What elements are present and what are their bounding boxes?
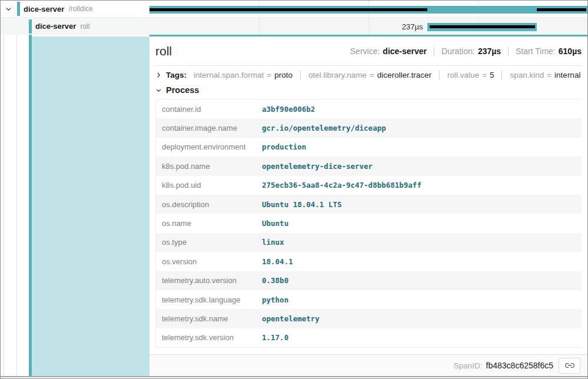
summary-label: Start Time: <box>516 46 556 56</box>
tag-value: 5 <box>490 71 494 79</box>
tag-item: span.kind = internal <box>501 71 580 79</box>
span-bar-roll[interactable] <box>427 23 536 31</box>
spanid-value: fb483c8c6258f6c5 <box>486 361 553 370</box>
span-tree-cell-roll[interactable]: dice-server roll <box>1 18 150 35</box>
tag-key: internal.span.format <box>194 71 264 79</box>
summary-item: Duration: 237µs <box>434 46 501 56</box>
tag-key: otel.library.name <box>308 71 367 79</box>
span-duration-label: 237µs <box>150 22 423 31</box>
attribute-value: opentelemetry <box>262 314 320 323</box>
span-tree-cell-rolldice[interactable]: dice-server /rolldice <box>1 1 150 17</box>
summary-item: Service: dice-server <box>350 46 427 56</box>
attribute-value: 0.38b0 <box>262 276 288 285</box>
attribute-value: gcr.io/opentelemetry/diceapp <box>262 124 386 132</box>
span-row-rolldice[interactable]: dice-server /rolldice <box>1 1 587 18</box>
tag-value: proto <box>274 71 293 79</box>
tag-key: roll.value <box>447 71 479 79</box>
span-bar-self-time-segment <box>150 8 427 11</box>
table-row: telemetry.sdk.version 1.17.0 <box>156 328 582 347</box>
summary-value: 610µs <box>559 46 582 56</box>
tag-equals: = <box>370 71 374 79</box>
span-detail-footer: SpanID: fb483c8c6258f6c5 <box>150 354 587 376</box>
tags-section-toggle[interactable]: Tags: internal.span.format = proto otel.… <box>150 66 587 82</box>
tags-label: Tags: <box>166 71 187 79</box>
summary-value: 237µs <box>478 46 501 56</box>
table-row: os.version 18.04.1 <box>156 252 582 271</box>
trace-timeline-panel: dice-server /rolldice dice-server roll <box>1 1 587 377</box>
span-detail-panel: roll Service: dice-server Duration: 237µ… <box>150 35 587 376</box>
tag-item: internal.span.format = proto <box>194 71 293 79</box>
span-bar-cell-rolldice[interactable] <box>150 1 587 17</box>
attribute-key: os.type <box>156 238 262 247</box>
attribute-key: telemetry.auto.version <box>156 276 262 285</box>
attribute-key: os.name <box>156 219 262 228</box>
link-icon <box>565 361 574 370</box>
attribute-value: Ubuntu <box>262 219 288 228</box>
attribute-value: 275ecb36-5aa8-4c2a-9c47-d8bb681b9aff <box>262 181 421 190</box>
tag-key: span.kind <box>510 71 544 79</box>
selected-span-highlight <box>32 36 150 376</box>
span-detail-region: roll Service: dice-server Duration: 237µ… <box>1 35 587 376</box>
table-row: os.name Ubuntu <box>156 214 582 232</box>
summary-label: Duration: <box>441 46 475 56</box>
service-color-bar <box>17 2 20 16</box>
span-tree-gutter <box>1 35 150 376</box>
service-name: dice-server <box>35 22 76 31</box>
table-row: os.type linux <box>156 233 582 252</box>
attribute-value: 1.17.0 <box>262 333 288 342</box>
table-row: container.image.name gcr.io/opentelemetr… <box>156 118 582 137</box>
attribute-key: telemetry.sdk.language <box>156 295 262 304</box>
tag-value: internal <box>554 71 580 79</box>
attribute-key: os.description <box>156 200 262 209</box>
service-color-bar <box>29 19 32 34</box>
summary-item: Start Time: 610µs <box>508 46 582 56</box>
chevron-down-icon[interactable] <box>5 6 12 12</box>
spanid-label: SpanID: <box>454 361 483 370</box>
tag-item: roll.value = 5 <box>439 71 494 79</box>
span-bar-self-time-segment <box>430 25 534 28</box>
attribute-key: os.version <box>156 257 262 266</box>
tag-item: otel.library.name = diceroller.tracer <box>300 71 431 79</box>
table-row: container.id a3bf90e006b2 <box>156 99 582 118</box>
service-name: dice-server <box>24 5 64 14</box>
attribute-value: opentelemetry-dice-server <box>262 162 373 171</box>
table-row: telemetry.sdk.language python <box>156 290 582 309</box>
operation-name: roll <box>80 22 89 31</box>
attribute-value: 18.04.1 <box>262 257 293 266</box>
attribute-value: a3bf90e006b2 <box>262 105 315 114</box>
indent-guide <box>16 35 17 376</box>
table-row: k8s.pod.uid 275ecb36-5aa8-4c2a-9c47-d8bb… <box>156 176 582 195</box>
process-attributes-table: container.id a3bf90e006b2 container.imag… <box>155 99 582 348</box>
table-row: telemetry.auto.version 0.38b0 <box>156 271 582 290</box>
operation-name: /rolldice <box>68 5 92 13</box>
tag-equals: = <box>267 71 271 79</box>
attribute-key: container.id <box>156 105 262 114</box>
table-row: k8s.pod.name opentelemetry-dice-server <box>156 157 582 175</box>
attribute-key: k8s.pod.name <box>156 162 262 171</box>
attribute-key: k8s.pod.uid <box>156 181 262 190</box>
attribute-key: telemetry.sdk.name <box>156 314 262 323</box>
tag-value: diceroller.tracer <box>377 71 431 79</box>
tag-equals: = <box>547 71 552 79</box>
span-title: roll <box>155 43 172 59</box>
tag-equals: = <box>482 71 487 79</box>
attribute-key: container.image.name <box>156 124 262 132</box>
span-bar-cell-roll[interactable]: 237µs <box>150 18 587 35</box>
summary-label: Service: <box>350 46 380 56</box>
process-label: Process <box>166 85 199 95</box>
attribute-value: Ubuntu 18.04.1 LTS <box>262 200 341 209</box>
table-row: os.description Ubuntu 18.04.1 LTS <box>156 195 582 214</box>
indent-guide <box>4 35 4 376</box>
table-row: telemetry.sdk.name opentelemetry <box>156 309 582 328</box>
chevron-right-icon[interactable] <box>155 72 162 78</box>
span-detail-header: roll Service: dice-server Duration: 237µ… <box>155 43 582 59</box>
deep-link-button[interactable] <box>559 358 580 374</box>
attribute-key: deployment.environment <box>156 142 262 151</box>
chevron-down-icon[interactable] <box>155 87 162 94</box>
summary-value: dice-server <box>383 46 427 56</box>
jaeger-trace-view: dice-server /rolldice dice-server roll <box>0 0 588 379</box>
attribute-key: telemetry.sdk.version <box>156 333 262 342</box>
attribute-value: linux <box>262 238 284 247</box>
process-section-toggle[interactable]: Process <box>150 82 587 97</box>
span-row-roll[interactable]: dice-server roll 237µs <box>1 18 587 35</box>
